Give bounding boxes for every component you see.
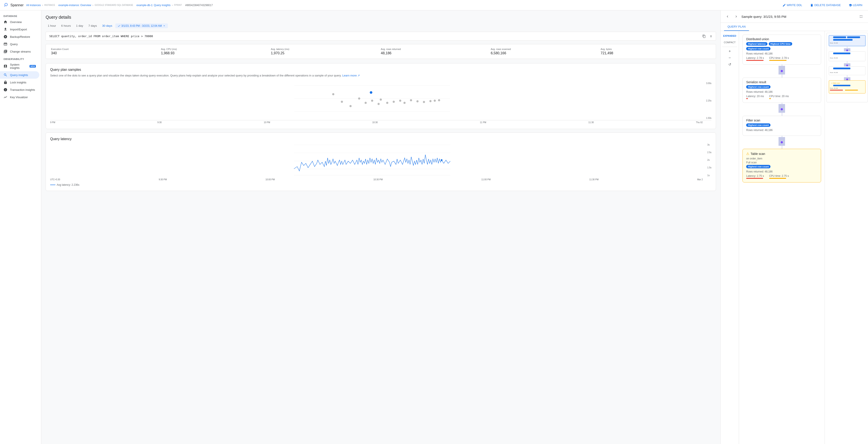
- query-box-actions: [701, 33, 714, 39]
- scatter-dot[interactable]: [377, 103, 380, 105]
- badge-highest-row-1: Highest row count: [746, 85, 771, 89]
- scatter-dot[interactable]: [403, 102, 406, 104]
- connector-1: [742, 64, 821, 78]
- svg-rect-10: [847, 36, 860, 38]
- scatter-dot[interactable]: [429, 100, 432, 102]
- app-logo: Spanner: [3, 3, 24, 8]
- delete-database-button[interactable]: DELETE DATABASE: [808, 2, 843, 8]
- compact-view-btn[interactable]: COMPACT: [723, 39, 736, 46]
- scatter-dot[interactable]: [349, 105, 351, 107]
- cpu-bar-3: [769, 178, 786, 179]
- check-icon: [118, 24, 121, 27]
- breadcrumb-all-instances[interactable]: All instances: [26, 4, 41, 7]
- cpu-bar-1: [769, 98, 771, 99]
- main-layout: DATABASE Overview Import/Export Backup/R…: [0, 10, 868, 444]
- time-6h[interactable]: 6 hours: [59, 23, 73, 28]
- new-badge: NEW: [30, 65, 36, 67]
- next-sample-button[interactable]: [733, 13, 740, 20]
- scatter-dot[interactable]: [386, 102, 388, 104]
- zoom-out-button[interactable]: −: [726, 55, 733, 61]
- latency-end-dot: [441, 159, 442, 161]
- sep-2: ›: [93, 4, 93, 7]
- cpu-bar-0: [769, 60, 786, 61]
- scatter-dot[interactable]: [416, 100, 418, 102]
- scatter-dot[interactable]: [371, 99, 373, 102]
- node-badges-1: Highest row count: [746, 85, 817, 89]
- sidebar-item-lock-insights[interactable]: Lock insights: [0, 79, 39, 86]
- stat-avg-latency: Avg. latency (ms) 1,970.25: [271, 48, 381, 55]
- stat-avg-rows-returned: Avg. rows returned 48,186: [381, 48, 491, 55]
- scatter-dot[interactable]: [332, 93, 335, 95]
- right-panel-header: Sample query: 3/1/23, 9:55 PM: [720, 10, 868, 23]
- tab-query-plan[interactable]: QUERY PLAN: [724, 23, 749, 31]
- latency-card: Query latency: [45, 132, 716, 191]
- sidebar-item-system-insights[interactable]: System insights NEW: [0, 61, 39, 71]
- breadcrumb-instance[interactable]: example-instance: Overview: [58, 4, 91, 7]
- badge-highest-cpu-0: Highest CPU time: [769, 42, 792, 46]
- connector-3: [742, 136, 821, 149]
- sidebar-item-change-streams[interactable]: Change streams: [0, 48, 39, 55]
- sidebar-item-backup-restore[interactable]: Backup/Restore: [0, 33, 39, 40]
- scatter-dot[interactable]: [365, 102, 367, 104]
- line-chart-area: 3s 2.5s 2s 1.5s 1s: [50, 143, 711, 177]
- scatter-dot[interactable]: [393, 100, 395, 103]
- scatter-dot[interactable]: [434, 99, 436, 102]
- sidebar-item-transaction-insights[interactable]: Transaction insights: [0, 86, 39, 93]
- reset-view-button[interactable]: ↺: [726, 61, 733, 67]
- scatter-dot[interactable]: [399, 99, 401, 102]
- expanded-view-btn[interactable]: EXPANDED: [722, 33, 737, 39]
- query-icon: [3, 42, 7, 46]
- selected-scatter-dot[interactable]: [370, 91, 373, 94]
- lock-icon: [3, 80, 7, 84]
- scatter-dot[interactable]: [380, 98, 382, 100]
- plan-controls: EXPANDED COMPACT + − ↺: [720, 31, 739, 444]
- sidebar-item-key-visualizer[interactable]: Key Visualizer: [0, 93, 39, 101]
- system-icon: [3, 64, 7, 68]
- scatter-svg: [50, 81, 703, 120]
- prev-sample-button[interactable]: [724, 13, 731, 20]
- sidebar-item-overview[interactable]: Overview: [0, 18, 39, 26]
- time-1h[interactable]: 1 hour: [45, 23, 58, 28]
- breadcrumb-db-label: GOOGLE STANDARD SQL DATABASE: [95, 4, 133, 6]
- key-icon: [3, 95, 7, 99]
- time-7d[interactable]: 7 days: [86, 23, 99, 28]
- latency-svg: [50, 143, 703, 177]
- time-1d[interactable]: 1 day: [74, 23, 85, 28]
- node-badges-2: Highest row count: [746, 123, 817, 127]
- svg-point-15: [846, 50, 848, 51]
- node-badges-0: Highest latency Highest CPU time Highest…: [746, 42, 817, 50]
- time-30d[interactable]: 30 days: [100, 23, 115, 28]
- panel-title: Sample query: 3/1/23, 9:55 PM: [741, 15, 856, 19]
- write-ddl-button[interactable]: WRITE DDL: [780, 2, 805, 8]
- sidebar-item-query-insights[interactable]: Query insights: [0, 71, 39, 79]
- plan-area: EXPANDED COMPACT + − ↺ Distributed union: [720, 31, 868, 444]
- fullscreen-button[interactable]: [858, 13, 865, 20]
- learn-more-link[interactable]: Learn more ↗: [342, 74, 360, 77]
- home-icon: [3, 20, 7, 24]
- svg-text:⚠ Table scan: ⚠ Table scan: [831, 82, 840, 84]
- sidebar-item-query[interactable]: Query: [0, 40, 39, 48]
- learn-button[interactable]: LEARN: [846, 2, 865, 8]
- pencil-icon: [782, 3, 786, 7]
- time-range-picker[interactable]: 3/1/23, 8:43 PM - 3/2/23, 12:04 AM: [115, 24, 168, 28]
- badge-highest-row-0: Highest row count: [746, 47, 771, 50]
- trash-icon: [810, 3, 813, 7]
- breadcrumb-db[interactable]: example-db-1: Query insights: [136, 4, 171, 7]
- expand-query-button[interactable]: [708, 33, 714, 39]
- topbar: Spanner All instances › INSTANCE example…: [0, 0, 868, 10]
- latency-chart: 3s 2.5s 2s 1.5s 1s UTC+5:30 9:30 PM 10:0…: [50, 143, 711, 186]
- zoom-in-button[interactable]: +: [726, 48, 733, 54]
- scatter-dot[interactable]: [423, 101, 425, 103]
- scatter-dot[interactable]: [341, 100, 343, 103]
- warning-icon: ⚠: [746, 152, 749, 156]
- stat-avg-bytes: Avg. bytes 721,498: [601, 48, 711, 55]
- content-area: Query details 1 hour 6 hours 1 day 7 day…: [41, 10, 868, 444]
- legend-line: [50, 185, 55, 185]
- svg-rect-23: [833, 67, 850, 69]
- scatter-dot[interactable]: [438, 99, 440, 101]
- database-section-label: DATABASE: [0, 12, 41, 18]
- sidebar-item-import-export[interactable]: Import/Export: [0, 26, 39, 33]
- scatter-dot[interactable]: [358, 97, 360, 99]
- scatter-dot[interactable]: [410, 99, 412, 101]
- copy-query-button[interactable]: [701, 33, 707, 39]
